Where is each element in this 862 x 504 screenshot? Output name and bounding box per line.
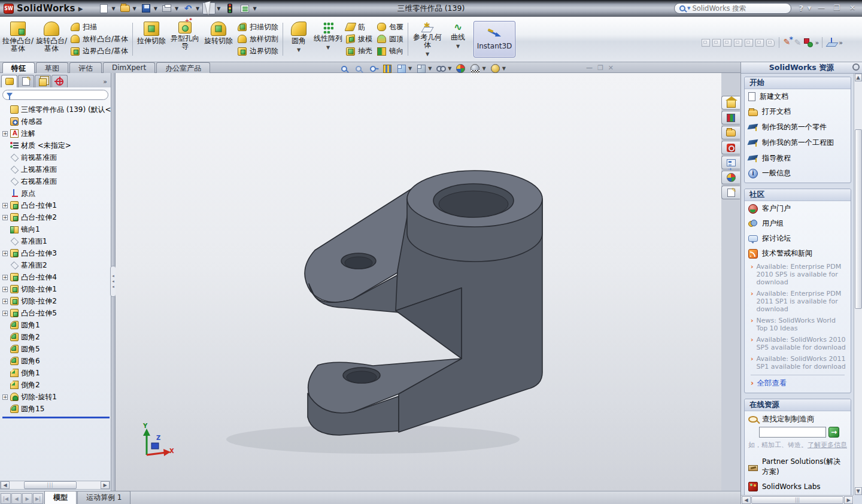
fillet-button[interactable]: 圆角 ▼ — [285, 19, 312, 59]
tree-item-annotations[interactable]: +注解 — [2, 127, 111, 139]
open-button[interactable] — [119, 2, 132, 14]
revolve-boss-button[interactable]: 旋转凸台/基体 — [35, 19, 68, 59]
link-discussion-forum[interactable]: 探讨论坛 — [745, 231, 851, 246]
open-dropdown-icon[interactable]: ▼ — [133, 6, 136, 11]
tree-item-fillet5[interactable]: 圆角5 — [2, 343, 111, 355]
select-dropdown-icon[interactable]: ▼ — [217, 6, 220, 11]
tab-features[interactable]: 特征 — [2, 62, 35, 73]
tree-item-cut-extrude2[interactable]: +切除-拉伸2 — [2, 295, 111, 307]
tab-configuration-manager[interactable] — [35, 75, 51, 87]
options-dropdown-icon[interactable]: ▼ — [253, 6, 256, 11]
tree-item-plane2[interactable]: 基准面2 — [2, 259, 111, 271]
link-first-part[interactable]: 制作我的第一个零件 — [745, 119, 851, 135]
linear-pattern-button[interactable]: 线性阵列 ▼ — [312, 19, 344, 59]
last-tab-icon[interactable]: ▶| — [33, 493, 43, 504]
dome-button[interactable]: 圆顶 — [377, 33, 403, 45]
extrude-boss-button[interactable]: 拉伸凸台/基体 — [1, 19, 35, 59]
tab-office-products[interactable]: 办公室产品 — [156, 62, 210, 73]
doc-close-button[interactable]: ✕ — [608, 64, 614, 72]
update-icon[interactable] — [804, 38, 813, 47]
hide-show-icon[interactable] — [436, 63, 446, 74]
tab-design-library[interactable] — [721, 111, 740, 125]
link-new-document[interactable]: 新建文档 — [745, 89, 851, 104]
tree-item-fillet15[interactable]: 圆角15 — [2, 403, 111, 415]
sketch-icon[interactable] — [784, 38, 792, 47]
section-view-icon[interactable] — [382, 63, 392, 74]
doc-restore-button[interactable]: ❐ — [597, 64, 603, 72]
shell-button[interactable]: 抽壳 — [346, 45, 372, 57]
tab-view-palette[interactable] — [721, 156, 740, 169]
view-all-link[interactable]: ›全部查看 — [745, 375, 851, 393]
menu-expand-arrow-icon[interactable]: ▶ — [78, 5, 83, 12]
link-tech-alerts-news[interactable]: 技术警戒和新闻 — [745, 246, 851, 261]
view-settings-icon[interactable] — [490, 63, 500, 74]
tree-item-boss-extrude2[interactable]: +凸台-拉伸2 — [2, 211, 111, 223]
mirror-button[interactable]: 镜向 — [377, 45, 403, 57]
link-partner-solutions[interactable]: Partner Solutions(解决方案) — [745, 454, 851, 479]
overflow-chevron2-icon[interactable]: » — [839, 39, 842, 47]
doc-minimize-button[interactable]: — — [586, 64, 593, 72]
close-button[interactable]: ✕ — [846, 2, 858, 13]
tree-item-boss-extrude1[interactable]: +凸台-拉伸1 — [2, 199, 111, 211]
view-settings-dropdown-icon[interactable]: ▼ — [502, 66, 506, 71]
tab-file-explorer[interactable] — [721, 126, 740, 139]
reference-geometry-button[interactable]: 参考几何体 ▼ — [410, 19, 445, 59]
tree-item-chamfer1[interactable]: 倒角1 — [2, 367, 111, 379]
scroll-up-icon[interactable]: ▲ — [855, 74, 862, 81]
new-dropdown-icon[interactable]: ▼ — [111, 6, 115, 11]
tree-item-boss-extrude5[interactable]: +凸台-拉伸5 — [2, 307, 111, 319]
task-pane-horizontal-scrollbar[interactable]: ◀ ||| ▶ — [741, 495, 854, 504]
tab-evaluate[interactable]: 评估 — [69, 62, 102, 73]
tree-item-fillet6[interactable]: 圆角6 — [2, 355, 111, 367]
search-go-button[interactable]: → — [828, 427, 839, 438]
tree-item-top-plane[interactable]: 上视基准面 — [2, 163, 111, 175]
triad-plane-icon[interactable] — [827, 38, 836, 47]
tab-feature-tree[interactable] — [1, 75, 17, 87]
sweep-button[interactable]: 扫描 — [71, 21, 128, 33]
options-button[interactable] — [238, 2, 251, 14]
tree-item-chamfer2[interactable]: 倒角2 — [2, 379, 111, 391]
link-first-drawing[interactable]: 制作我的第一个工程图 — [745, 135, 851, 150]
tree-item-boss-extrude4[interactable]: +凸台-拉伸4 — [2, 271, 111, 283]
view-orientation-icon[interactable] — [396, 63, 406, 74]
save-button[interactable] — [139, 2, 153, 14]
search-input[interactable] — [692, 4, 770, 13]
zoom-fit-icon[interactable] — [339, 63, 349, 74]
undo-button[interactable]: ↶ — [181, 2, 195, 14]
sweep-cut-button[interactable]: 扫描切除 — [238, 21, 278, 33]
help-dropdown-icon[interactable]: ▼ — [807, 2, 812, 13]
news-item[interactable]: ›News: SolidWorks World Top 10 Ideas — [745, 315, 851, 334]
tab-custom-properties[interactable] — [721, 186, 740, 199]
display-style-dropdown-icon[interactable]: ▼ — [428, 66, 432, 71]
link-user-groups[interactable]: 用户组 — [745, 216, 851, 231]
previous-view-icon[interactable] — [368, 63, 378, 74]
find-manufacturer-label-row[interactable]: 查找定制制造商 — [745, 411, 851, 426]
apply-scene-dropdown-icon[interactable]: ▼ — [482, 66, 485, 71]
undo-dropdown-icon[interactable]: ▼ — [196, 6, 199, 11]
hole-wizard-button[interactable]: 异型孔向导 — [168, 19, 202, 59]
part-model[interactable] — [116, 73, 721, 491]
display-style-icon[interactable] — [416, 63, 426, 74]
first-tab-icon[interactable]: |◀ — [1, 493, 11, 504]
tree-item-sensors[interactable]: 传感器 — [2, 116, 111, 127]
tree-item-boss-extrude3[interactable]: +凸台-拉伸3 — [2, 247, 111, 259]
link-tutorials[interactable]: 指导教程 — [745, 150, 851, 166]
rebuild-button[interactable] — [223, 2, 236, 14]
tab-motion-study[interactable]: 运动算例 1 — [77, 491, 130, 504]
view-top-icon[interactable] — [745, 39, 753, 47]
tree-root[interactable]: 三维零件作品 (139) (默认<<默 — [2, 104, 111, 116]
scroll-left-icon[interactable]: ◀ — [742, 496, 751, 504]
tree-item-right-plane[interactable]: 右视基准面 — [2, 175, 111, 187]
help-button[interactable]: ? — [799, 4, 803, 13]
search-box[interactable]: ▼ — [674, 3, 791, 14]
linear-pattern-dropdown-icon[interactable]: ▼ — [326, 44, 330, 51]
tree-item-plane1[interactable]: 基准面1 — [2, 235, 111, 247]
view-front-icon[interactable] — [702, 39, 710, 47]
select-button[interactable] — [202, 2, 216, 14]
scroll-thumb[interactable]: ||| — [24, 481, 77, 489]
tab-appearances[interactable] — [721, 171, 740, 184]
pin-icon[interactable] — [852, 63, 860, 71]
scroll-left-icon[interactable]: ◀ — [1, 481, 10, 489]
link-open-document[interactable]: 打开文档 — [745, 104, 851, 119]
tab-model[interactable]: 模型 — [44, 491, 77, 504]
